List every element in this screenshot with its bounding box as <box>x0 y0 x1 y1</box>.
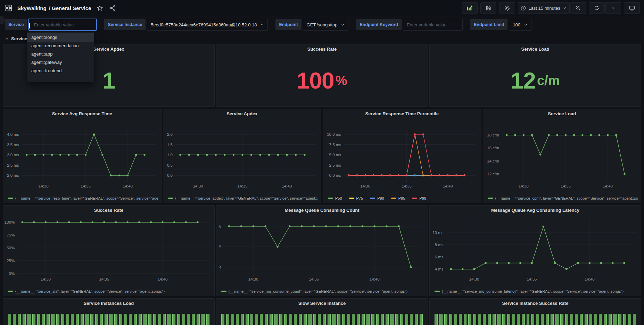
chart-legend[interactable]: {__name__="service_apdex", layer="GENERA… <box>168 195 319 201</box>
panel-title[interactable]: Slow Service Instance <box>216 299 428 309</box>
endpoint-keyword-variable-input[interactable] <box>403 19 463 31</box>
gauge-bar <box>279 314 282 325</box>
endpoint-limit-variable-value[interactable]: 100 <box>509 19 531 31</box>
legend-item[interactable]: P50 <box>328 196 342 200</box>
gauge-bar <box>56 314 59 325</box>
time-range-picker[interactable]: Last 15 minutes <box>518 2 570 14</box>
service-instance-variable-value[interactable]: 5eed0e5758a244aca6e7699415d360aa@10.52.0… <box>147 19 268 31</box>
refresh-button[interactable] <box>589 2 605 14</box>
gauge-bar <box>201 314 205 325</box>
gauge-bar <box>483 314 486 325</box>
gauge-bar <box>226 314 229 325</box>
charts-row-1: Service Avg Response Time4.0 ms3.5 ms3.0… <box>3 109 641 203</box>
panel-title[interactable]: Message Queue Consuming Count <box>216 206 428 216</box>
chart-legend[interactable]: {__name__="service_mq_consume_latency", … <box>435 288 638 294</box>
legend-item[interactable]: P95 <box>391 196 405 200</box>
gauge-bar <box>42 314 45 325</box>
gauge-bar <box>61 314 64 325</box>
svg-text:14:35: 14:35 <box>237 184 247 188</box>
chart-legend[interactable]: {__name__="service_cpm", layer="GENERAL"… <box>488 195 638 201</box>
gauge-bar <box>85 314 89 325</box>
dropdown-option[interactable]: agent::songs <box>27 33 94 42</box>
svg-text:3.5 ms: 3.5 ms <box>7 143 19 147</box>
share-icon[interactable] <box>108 3 117 12</box>
star-icon[interactable] <box>95 3 104 12</box>
legend-swatch-icon <box>488 198 493 199</box>
gauge-bar <box>618 314 621 325</box>
gauge-bar <box>231 314 234 325</box>
gauge-bar <box>502 314 505 325</box>
panel-title[interactable]: Message Queue Avg Consuming Latency <box>430 206 641 216</box>
gauge-bar <box>158 314 161 325</box>
svg-text:1.0: 1.0 <box>167 153 172 157</box>
svg-text:14:30: 14:30 <box>41 277 51 281</box>
gauge-bar <box>560 314 563 325</box>
panel-title[interactable]: Service Avg Response Time <box>3 109 161 119</box>
legend-query-text: {__name__="service_resp_time", layer="GE… <box>15 196 158 200</box>
gauge-bar <box>337 314 340 325</box>
gauge-bar <box>371 314 374 325</box>
dropdown-option[interactable]: agent::frontend <box>27 67 94 75</box>
gauge-bar <box>284 314 287 325</box>
gauge-bar <box>304 314 307 325</box>
dashboard-settings-button[interactable] <box>499 2 515 14</box>
legend-query-text: {__name__="service_mq_consume_count", la… <box>229 289 407 293</box>
chevron-down-icon <box>5 37 9 41</box>
chart-legend[interactable]: {__name__="service_resp_time", layer="GE… <box>8 195 158 201</box>
gauge-bar <box>143 314 147 325</box>
legend-swatch-icon <box>8 291 13 292</box>
apps-grid-icon[interactable] <box>4 3 13 12</box>
legend-query-text: {__name__="service_sla", layer="GENERAL"… <box>15 289 165 293</box>
gauge-bar <box>444 314 447 325</box>
dropdown-option[interactable]: agent::app <box>27 50 94 58</box>
chevron-down-icon <box>341 23 345 27</box>
panel-title[interactable]: Service Instance Success Rate <box>430 299 641 309</box>
svg-text:18 c/m: 18 c/m <box>487 133 499 137</box>
refresh-interval-button[interactable] <box>605 2 621 14</box>
svg-text:4.0 ms: 4.0 ms <box>7 132 19 136</box>
chart-legend[interactable]: P50P75P90P95P99 <box>328 195 478 201</box>
gauge-bar <box>76 314 79 325</box>
legend-item[interactable]: P75 <box>349 196 363 200</box>
kiosk-mode-button[interactable] <box>624 2 640 14</box>
endpoint-variable-value[interactable]: GET:/songs/top <box>303 19 349 31</box>
panel-title[interactable]: Service Load <box>430 44 641 55</box>
legend-item[interactable]: P99 <box>412 196 426 200</box>
gauge-bar <box>134 314 137 325</box>
svg-text:14:30: 14:30 <box>469 277 479 281</box>
panel-title[interactable]: Service Instances Load <box>3 299 214 309</box>
svg-text:12 c/m: 12 c/m <box>487 172 499 176</box>
panel-title[interactable]: Service Apdex <box>163 109 321 119</box>
gauge-bar <box>546 314 549 325</box>
zoom-out-time-button[interactable] <box>570 2 586 14</box>
add-panel-button[interactable] <box>462 2 478 14</box>
panel-title[interactable]: Success Rate <box>216 44 428 55</box>
gauge-bar <box>449 314 452 325</box>
svg-text:14:30: 14:30 <box>248 277 258 281</box>
breadcrumb-dashboard-title[interactable]: SkyWalking <box>17 5 47 11</box>
row-header-service[interactable]: Service <box>0 34 644 42</box>
gauge-bar <box>386 314 389 325</box>
chart-legend[interactable]: {__name__="service_sla", layer="GENERAL"… <box>8 288 212 294</box>
gauge-bar <box>585 314 588 325</box>
svg-text:25%: 25% <box>7 259 15 263</box>
dropdown-option[interactable]: agent::gateway <box>27 58 94 67</box>
panel-service-avg-response-time: Service Avg Response Time4.0 ms3.5 ms3.0… <box>3 109 162 203</box>
breadcrumb-page-title[interactable]: / General Service <box>49 5 91 11</box>
service-variable-input[interactable] <box>28 19 97 31</box>
save-dashboard-button[interactable] <box>480 2 496 14</box>
gauge-bar <box>531 314 534 325</box>
dropdown-option[interactable]: agent::recommendation <box>27 42 94 50</box>
legend-item[interactable]: P90 <box>370 196 384 200</box>
svg-text:14:30: 14:30 <box>360 184 370 188</box>
gauge-bar <box>66 314 69 325</box>
gauge-bar <box>589 314 593 325</box>
gauge-bar <box>274 314 278 325</box>
svg-text:2.5 ms: 2.5 ms <box>329 163 341 167</box>
gauge-bar <box>468 314 471 325</box>
chart-legend[interactable]: {__name__="service_mq_consume_count", la… <box>221 288 425 294</box>
panel-title[interactable]: Service Response Time Percentile <box>323 109 481 119</box>
gauge-bar <box>8 314 11 325</box>
panel-title[interactable]: Service Load <box>483 109 641 119</box>
panel-title[interactable]: Success Rate <box>3 206 214 216</box>
